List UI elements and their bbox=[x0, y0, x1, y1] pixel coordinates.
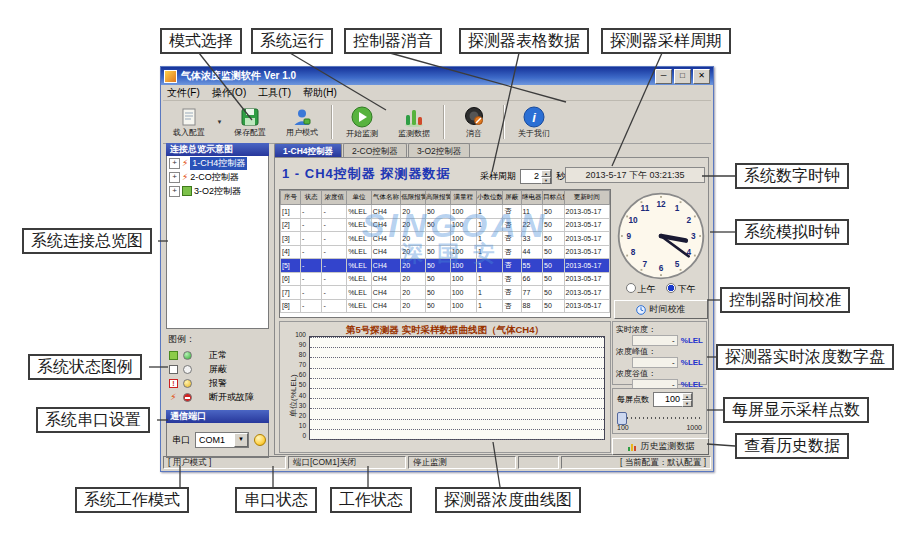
normal-square-icon bbox=[169, 351, 178, 360]
svg-text:9: 9 bbox=[626, 232, 631, 241]
svg-text:8: 8 bbox=[630, 248, 635, 257]
y-ticks: 1009080706050403020100 bbox=[290, 331, 306, 439]
realtime-curve-chart: 第5号探测器 实时采样数据曲线图（气体CH4） 单位(%LEL) 1009080… bbox=[279, 321, 611, 453]
toolbar: 载入配置 ▼ 保存配置 用户模式 bbox=[163, 101, 711, 144]
serial-panel-header: 通信端口 bbox=[166, 410, 269, 423]
am-radio[interactable]: 上午 bbox=[626, 283, 656, 296]
sample-period-control: 采样周期 2 ▲▼ 秒 bbox=[480, 169, 565, 184]
slider-thumb[interactable] bbox=[617, 412, 627, 425]
table-header: 更新时间 bbox=[564, 191, 609, 205]
readout-value: - bbox=[632, 357, 678, 368]
monitor-data-button[interactable]: 监测数据 bbox=[389, 102, 439, 142]
expander-icon[interactable]: + bbox=[169, 158, 180, 169]
svg-text:5: 5 bbox=[674, 260, 679, 269]
detector-table: 序号状态浓度值单位气体名称低限报警高限报警满量程小数位数屏蔽继电器目标点数更新时… bbox=[280, 190, 610, 313]
sidebar: 连接总览示意图 + ⚡ 1-CH4控制器 + ⚡ 2-CO控制器 + bbox=[166, 143, 269, 455]
callout-serial-status: 串口状态 bbox=[235, 487, 317, 513]
table-header: 满量程 bbox=[450, 191, 476, 205]
sample-period-spinner[interactable]: 2 ▲▼ bbox=[520, 169, 552, 184]
detector-table-wrap: 序号状态浓度值单位气体名称低限报警高限报警满量程小数位数屏蔽继电器目标点数更新时… bbox=[279, 189, 611, 318]
monitor-data-icon bbox=[403, 106, 425, 128]
svg-text:2: 2 bbox=[686, 216, 691, 225]
callout-status-legend: 系统状态图例 bbox=[28, 354, 142, 380]
legend-item-masked: 屏蔽 bbox=[166, 362, 269, 376]
points-spinner[interactable]: 100 ▲▼ bbox=[653, 392, 693, 407]
legend-title: 图例： bbox=[168, 333, 269, 346]
load-config-button[interactable]: 载入配置 bbox=[164, 102, 214, 142]
mute-icon bbox=[463, 106, 485, 128]
callout-controller-mute: 控制器消音 bbox=[344, 28, 442, 54]
alarm-dot-icon bbox=[183, 379, 192, 388]
table-row[interactable]: [6]--%LELCH420501001否66502013-05-17 bbox=[281, 272, 610, 286]
user-mode-button[interactable]: 用户模式 bbox=[277, 102, 327, 142]
spin-up-icon[interactable]: ▲ bbox=[541, 170, 551, 177]
mute-button[interactable]: 消音 bbox=[449, 102, 499, 142]
tree-item-o2-controller[interactable]: + 3-O2控制器 bbox=[167, 184, 268, 198]
menu-help[interactable]: 帮助(H) bbox=[303, 86, 337, 100]
user-mode-icon bbox=[292, 107, 312, 127]
svg-text:10: 10 bbox=[628, 216, 638, 225]
menu-operate[interactable]: 操作(O) bbox=[212, 86, 246, 100]
table-row[interactable]: [1]--%LELCH420501001否11502013-05-17 bbox=[281, 205, 610, 219]
minimize-button[interactable]: ─ bbox=[655, 69, 672, 84]
tab-ch4-controller[interactable]: 1-CH4控制器 bbox=[274, 143, 342, 157]
about-button[interactable]: i 关于我们 bbox=[509, 102, 559, 142]
load-config-dropdown-icon[interactable]: ▼ bbox=[215, 103, 224, 141]
table-row[interactable]: [7]--%LELCH420501001否77502013-05-17 bbox=[281, 286, 610, 300]
serial-port-select[interactable]: COM1 ▼ bbox=[195, 432, 249, 448]
callout-mode-select: 模式选择 bbox=[160, 28, 242, 54]
readout-realtime: 实时浓度： -%LEL bbox=[616, 324, 703, 346]
time-calibrate-button[interactable]: 时间校准 bbox=[614, 300, 708, 319]
save-config-icon bbox=[240, 107, 260, 127]
start-monitor-icon bbox=[351, 106, 373, 128]
spin-up-icon[interactable]: ▲ bbox=[682, 393, 692, 400]
legend-item-normal: 正常 bbox=[166, 348, 269, 362]
maximize-button[interactable]: □ bbox=[674, 69, 691, 84]
svg-text:1: 1 bbox=[674, 204, 679, 213]
slider-track bbox=[619, 417, 700, 419]
chevron-down-icon[interactable]: ▼ bbox=[234, 433, 248, 447]
start-monitor-button[interactable]: 开始监测 bbox=[337, 102, 387, 142]
tab-o2-controller[interactable]: 3-O2控制器 bbox=[408, 143, 470, 157]
bulb-status-icon bbox=[254, 434, 266, 446]
status-bar: [ 用户模式 ] 端口[COM1]关闭 停止监测 [ 当前配置：默认配置 ] bbox=[163, 456, 711, 469]
app-icon bbox=[164, 70, 177, 83]
table-row[interactable]: [2]--%LELCH420501001否22502013-05-17 bbox=[281, 218, 610, 232]
legend-item-fault: ⚡ 断开或故障 bbox=[166, 390, 269, 404]
fault-bolt-icon: ⚡ bbox=[169, 392, 178, 402]
callout-sample-period: 探测器采样周期 bbox=[601, 28, 731, 54]
expander-icon[interactable]: + bbox=[169, 172, 180, 183]
spin-down-icon[interactable]: ▼ bbox=[541, 177, 551, 184]
history-data-button[interactable]: 历史监测数据 bbox=[612, 438, 709, 455]
ampm-radios: 上午 下午 bbox=[613, 283, 708, 296]
points-slider[interactable] bbox=[617, 411, 702, 423]
connection-tree: + ⚡ 1-CH4控制器 + ⚡ 2-CO控制器 + 3-O2控制器 bbox=[166, 156, 269, 329]
table-row[interactable]: [5]--%LELCH420501001否55502013-05-17 bbox=[281, 259, 610, 273]
pm-radio[interactable]: 下午 bbox=[666, 283, 696, 296]
tree-item-co-controller[interactable]: + ⚡ 2-CO控制器 bbox=[167, 170, 268, 184]
digital-clock: 2013-5-17 下午 03:21:35 bbox=[565, 167, 705, 183]
slider-max-label: 1000 bbox=[686, 424, 702, 431]
figure-canvas: 模式选择 系统运行 控制器消音 探测器表格数据 探测器采样周期 系统连接总览图 … bbox=[0, 0, 924, 538]
masked-square-icon bbox=[169, 365, 178, 374]
menu-tools[interactable]: 工具(T) bbox=[258, 86, 291, 100]
tab-co-controller[interactable]: 2-CO控制器 bbox=[343, 143, 407, 157]
close-button[interactable]: ✕ bbox=[693, 69, 710, 84]
spin-down-icon[interactable]: ▼ bbox=[682, 400, 692, 407]
tab-content: 1 - CH4控制器 探测器数据 采样周期 2 ▲▼ 秒 2013-5-17 下… bbox=[274, 157, 709, 455]
table-row[interactable]: [4]--%LELCH420501001否44502013-05-17 bbox=[281, 245, 610, 259]
menu-file[interactable]: 文件(F) bbox=[167, 86, 200, 100]
points-per-screen-panel: 每屏点数 100 ▲▼ 100 1000 bbox=[612, 388, 707, 434]
save-config-button[interactable]: 保存配置 bbox=[225, 102, 275, 142]
tree-item-ch4-controller[interactable]: + ⚡ 1-CH4控制器 bbox=[167, 156, 268, 170]
window-title: 气体浓度监测软件 Ver 1.0 bbox=[181, 69, 296, 83]
svg-text:i: i bbox=[532, 110, 536, 125]
table-row[interactable]: [3]--%LELCH420501001否33502013-05-17 bbox=[281, 232, 610, 246]
menu-bar: 文件(F) 操作(O) 工具(T) 帮助(H) bbox=[163, 86, 711, 101]
expander-icon[interactable]: + bbox=[169, 186, 180, 197]
toolbar-separator bbox=[503, 105, 505, 139]
title-bar[interactable]: 气体浓度监测软件 Ver 1.0 ─ □ ✕ bbox=[161, 67, 713, 85]
table-row[interactable]: [8]--%LELCH420501001否88502013-05-17 bbox=[281, 299, 610, 313]
callout-digital-clock: 系统数字时钟 bbox=[735, 163, 849, 189]
callout-work-mode: 系统工作模式 bbox=[75, 487, 189, 513]
